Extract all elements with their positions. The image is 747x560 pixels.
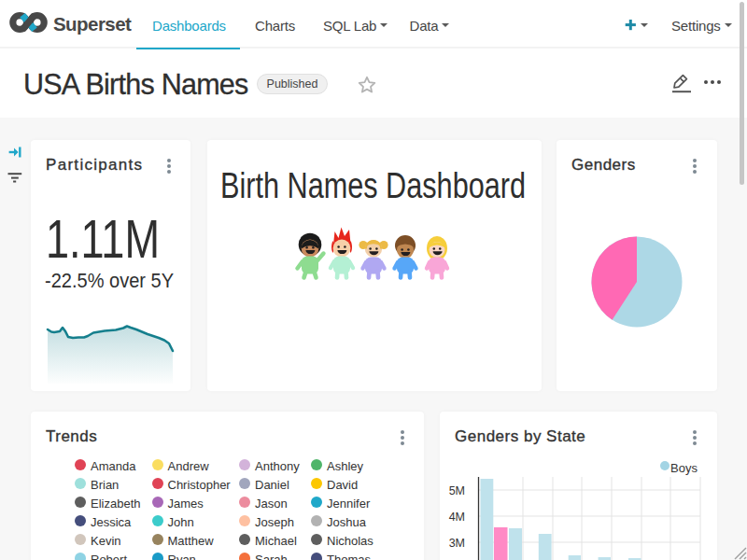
svg-text:4M: 4M bbox=[449, 511, 465, 524]
svg-text:Birth Names Dashboard: Birth Names Dashboard bbox=[220, 166, 526, 205]
svg-text:5M: 5M bbox=[449, 484, 465, 497]
svg-text:1.11M: 1.11M bbox=[46, 217, 160, 263]
svg-text:3M: 3M bbox=[449, 537, 465, 550]
svg-text:-22.5% over 5Y: -22.5% over 5Y bbox=[45, 268, 174, 292]
